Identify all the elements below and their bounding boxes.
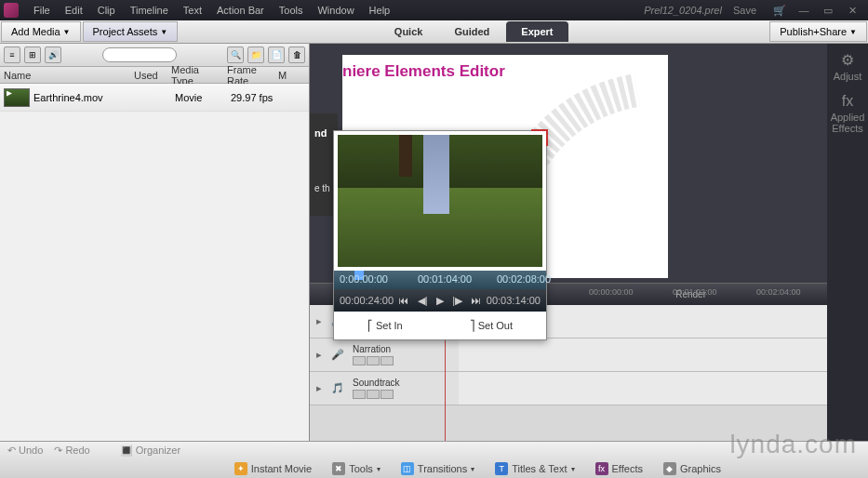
mode-tabs: Quick Guided Expert: [380, 21, 568, 42]
transitions-button[interactable]: ◫Transitions▾: [394, 460, 482, 477]
close-icon[interactable]: ✕: [841, 3, 863, 18]
music-icon[interactable]: 🎵: [328, 382, 347, 394]
asset-type: Movie: [175, 92, 231, 103]
col-name[interactable]: Name: [0, 70, 130, 81]
track-opt[interactable]: [381, 356, 394, 365]
save-button[interactable]: Save: [733, 5, 756, 16]
asset-row[interactable]: Earthrine4.mov Movie 29.97 fps: [0, 84, 309, 112]
search-input[interactable]: [102, 47, 177, 62]
tab-expert[interactable]: Expert: [506, 21, 568, 42]
ruler-tick: 00:02:04:00: [756, 287, 801, 297]
menu-clip[interactable]: Clip: [90, 5, 123, 16]
project-assets-button[interactable]: Project Assets▼: [83, 21, 179, 42]
redo-button[interactable]: ↷ Redo: [54, 445, 89, 457]
menu-window[interactable]: Window: [310, 5, 361, 16]
search-icon[interactable]: 🔍: [227, 46, 244, 63]
assets-list: Earthrine4.mov Movie 29.97 fps: [0, 84, 309, 441]
graphics-button[interactable]: ◆Graphics: [656, 460, 728, 477]
tools-button[interactable]: ✖Tools▾: [325, 460, 388, 477]
bracket-out-icon: ⎤: [470, 320, 475, 332]
set-in-button[interactable]: ⎡Set In: [367, 320, 403, 332]
new-item-icon[interactable]: 📄: [268, 46, 285, 63]
adjust-button[interactable]: ⚙Adjust: [834, 51, 862, 82]
filter-icon[interactable]: 🔊: [45, 46, 61, 63]
delete-icon[interactable]: 🗑: [288, 46, 305, 63]
clip-preview-window[interactable]: ✕ 0:00:00:00 00:01:04:00 00:02:08:00 00:…: [333, 130, 547, 340]
grid-view-icon[interactable]: ⊞: [24, 46, 41, 63]
timecode-duration: 00:03:14:00: [487, 295, 541, 306]
track-narration[interactable]: ▸ 🎤 Narration: [310, 339, 827, 372]
col-media-type[interactable]: Media Type: [167, 64, 223, 86]
step-back-icon[interactable]: ◀|: [414, 295, 432, 307]
menu-file[interactable]: File: [26, 5, 58, 16]
menu-tools[interactable]: Tools: [272, 5, 311, 16]
titlebar: File Edit Clip Timeline Text Action Bar …: [0, 0, 868, 20]
track-soundtrack[interactable]: ▸ 🎵 Soundtrack: [310, 372, 827, 405]
asset-thumbnail: [4, 88, 30, 107]
set-out-button[interactable]: ⎤Set Out: [470, 320, 513, 332]
track-opt[interactable]: [353, 390, 366, 399]
clip-transport: 00:00:24:00 ⏮ ◀| ▶ |▶ ⏭ 00:03:14:00: [334, 289, 546, 312]
add-media-button[interactable]: Add Media▼: [1, 21, 81, 42]
cart-icon[interactable]: 🛒: [768, 3, 791, 18]
track-content[interactable]: [459, 372, 827, 405]
welcome-title: niere Elements Editor: [342, 62, 505, 81]
undo-button[interactable]: ↶ Undo: [7, 445, 43, 457]
menu-actionbar[interactable]: Action Bar: [209, 5, 272, 16]
step-fwd-icon[interactable]: |▶: [448, 295, 466, 307]
monitor-heading: nd: [314, 127, 327, 139]
col-m[interactable]: M: [274, 70, 293, 81]
clip-tick: 00:02:08:00: [497, 273, 551, 285]
clip-preview-image: [334, 131, 546, 271]
applied-effects-button[interactable]: fxApplied Effects: [827, 93, 868, 134]
tab-quick[interactable]: Quick: [380, 21, 438, 42]
col-frame-rate[interactable]: Frame Rate: [223, 64, 274, 86]
track-content[interactable]: [459, 339, 827, 371]
track-label: Narration: [353, 344, 453, 354]
goto-end-icon[interactable]: ⏭: [467, 295, 485, 306]
titles-button[interactable]: TTitles & Text▾: [487, 460, 581, 477]
timecode-current: 00:00:24:00: [340, 295, 394, 306]
expand-icon[interactable]: ▸: [310, 382, 328, 394]
track-opt[interactable]: [381, 390, 394, 399]
clip-ruler[interactable]: 0:00:00:00 00:01:04:00 00:02:08:00: [334, 271, 546, 289]
track-opt[interactable]: [367, 356, 380, 365]
transitions-icon: ◫: [401, 462, 414, 475]
expand-icon[interactable]: ▸: [310, 349, 328, 361]
wand-icon: ✦: [234, 462, 247, 475]
instant-movie-button[interactable]: ✦Instant Movie: [227, 460, 319, 477]
assets-column-headers: Name Used Media Type Frame Rate M: [0, 67, 309, 84]
play-icon[interactable]: ▶: [433, 295, 447, 307]
folder-icon[interactable]: 📁: [247, 46, 264, 63]
main-toolbar: Add Media▼ Project Assets▼ Quick Guided …: [0, 20, 868, 44]
asset-name: Earthrine4.mov: [33, 92, 138, 103]
menu-help[interactable]: Help: [362, 5, 398, 16]
fx-icon: fx: [595, 462, 608, 475]
tab-guided[interactable]: Guided: [439, 21, 504, 42]
clip-tick: 00:01:04:00: [418, 273, 472, 285]
effects-button[interactable]: fxEffects: [588, 460, 650, 477]
sliders-icon: ⚙: [834, 51, 862, 69]
minimize-icon[interactable]: —: [793, 3, 815, 18]
ruler-tick: 00:00:00:00: [589, 287, 634, 297]
track-opt[interactable]: [353, 356, 366, 365]
menu-timeline[interactable]: Timeline: [123, 5, 176, 16]
track-opt[interactable]: [367, 390, 380, 399]
clip-set-buttons: ⎡Set In ⎤Set Out: [334, 312, 546, 339]
organizer-button[interactable]: 🔳 Organizer: [120, 445, 180, 457]
mic-icon[interactable]: 🎤: [328, 349, 347, 361]
asset-rate: 29.97 fps: [231, 92, 282, 103]
list-view-icon[interactable]: ≡: [4, 46, 20, 63]
expand-icon[interactable]: ▸: [310, 315, 328, 327]
bracket-in-icon: ⎡: [367, 320, 373, 332]
app-logo: [4, 3, 19, 18]
right-panel: ⚙Adjust fxApplied Effects: [827, 44, 868, 441]
maximize-icon[interactable]: ▭: [817, 3, 839, 18]
publish-share-button[interactable]: Publish+Share▼: [769, 21, 867, 42]
col-used[interactable]: Used: [130, 70, 167, 81]
menu-edit[interactable]: Edit: [58, 5, 90, 16]
goto-start-icon[interactable]: ⏮: [394, 295, 412, 306]
menu-text[interactable]: Text: [176, 5, 209, 16]
wrench-icon: ✖: [332, 462, 345, 475]
fx-icon: fx: [827, 93, 868, 110]
